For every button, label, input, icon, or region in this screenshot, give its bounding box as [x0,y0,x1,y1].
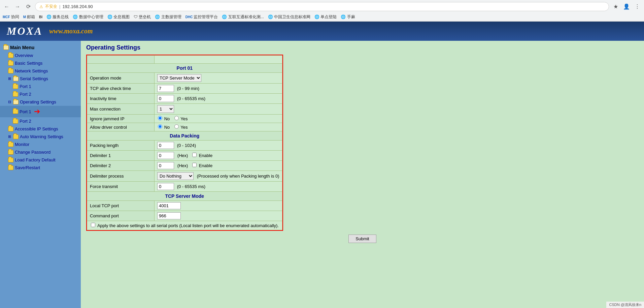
folder-icon-overview [8,53,13,58]
folder-icon-op-p2 [13,119,18,124]
delimiter2-hex: (Hex) [177,163,188,168]
bookmark-协同[interactable]: MCF 协同 [3,14,19,20]
tcp-server-header: TCP Server Mode [87,192,282,201]
moxa-url: www.moxa.com [49,27,93,35]
browser-toolbar: ← → ⟳ ⚠ 不安全 | 192.168.204.90 ★ 👤 ⋮ [0,0,644,13]
bookmarks-bar: MCF 协同 M 邮箱 BI 🌐 服务总线 🌐 数据中心管理 🌐 全息视图 🛡 … [0,13,644,21]
command-port-input[interactable] [157,212,181,219]
address-bar[interactable]: ⚠ 不安全 | 192.168.204.90 [35,2,609,11]
inactivity-input[interactable] [157,95,174,102]
tcp-alive-label: TCP alive check time [87,84,155,94]
sidebar-item-monitor[interactable]: Monitor [0,141,81,148]
sidebar-item-operating-settings[interactable]: ⊟ Operating Settings [0,98,81,106]
bookmark-sso[interactable]: 🌐 单点登陆 [314,14,337,20]
inactivity-label: Inactivity time [87,94,155,104]
folder-icon-monitor [8,142,13,147]
back-button[interactable]: ← [3,3,11,11]
sidebar-item-operating-port2[interactable]: Port 2 [0,117,81,125]
bookmark-service[interactable]: 🌐 服务总线 [46,14,69,20]
menu-button[interactable]: ⋮ [633,3,641,11]
sidebar-item-serial-port2[interactable]: Port 2 [0,90,81,98]
folder-icon-basic [8,61,13,66]
allow-driver-no-radio[interactable] [158,124,162,129]
bookmark-star[interactable]: ★ [612,3,620,11]
sidebar-item-serial-settings[interactable]: ⊞ Serial Settings [0,75,81,83]
sidebar-item-auto-warning[interactable]: ⊞ Auto Warning Settings [0,133,81,141]
packing-length-input[interactable] [157,142,174,149]
operation-mode-cell: TCP Server Mode [155,73,282,84]
delimiter1-enable-checkbox[interactable] [192,153,197,157]
sidebar-label-warning: Auto Warning Settings [20,134,63,139]
allow-driver-cell: No Yes [155,123,282,131]
sidebar-item-operating-port1[interactable]: Port 1 ➔ [0,106,81,117]
ignore-jammed-no-radio[interactable] [158,116,162,120]
force-transmit-range: (0 - 65535 ms) [177,184,206,189]
bookmark-holographic[interactable]: 🌐 全息视图 [107,14,130,20]
bookmark-monitor[interactable]: DHC 监控管理平台 [185,14,218,20]
folder-icon-warning [13,134,19,139]
sidebar-item-basic-settings[interactable]: Basic Settings [0,59,81,67]
sidebar: Main Menu Overview Basic Settings Networ… [0,41,81,308]
delimiter1-cell: (Hex) Enable [155,151,282,161]
submit-button[interactable]: Submit [348,235,376,243]
sidebar-label-serial-p1: Port 1 [20,84,31,89]
local-tcp-port-cell [155,201,282,211]
sidebar-item-load-factory[interactable]: Load Factory Default [0,156,81,164]
packing-range: (0 - 1024) [177,143,196,148]
sidebar-item-network-settings[interactable]: Network Settings [0,67,81,75]
delimiter-process-select[interactable]: Do Nothing Delimiter + 1 Strip Delimiter [157,172,194,180]
bookmark-datacenter[interactable]: 🌐 数据中心管理 [73,14,103,20]
delimiter2-enable-checkbox[interactable] [192,163,197,167]
apply-all-checkbox[interactable] [91,223,95,227]
sidebar-item-overview[interactable]: Overview [0,52,81,59]
settings-table: Port 01 Operation mode TCP Server Mode T… [87,55,282,230]
delimiter2-input[interactable] [157,162,174,169]
sidebar-label-op-p1: Port 1 [20,109,31,114]
delimiter-process-label: Delimiter process [87,171,155,182]
tcp-alive-cell: (0 - 99 min) [155,84,282,94]
max-connection-label: Max connection [87,104,155,115]
forward-button[interactable]: → [13,3,22,11]
bookmark-interop[interactable]: 🌐 互联互通标准化测... [222,14,264,20]
inactivity-cell: (0 - 65535 ms) [155,94,282,104]
force-transmit-input[interactable] [157,183,174,190]
folder-icon-operating [13,100,19,104]
delimiter1-input[interactable] [157,152,174,159]
operation-mode-label: Operation mode [87,73,155,84]
bookmark-shouma[interactable]: 🌐 手麻 [341,14,355,20]
ignore-jammed-label: Ignore jammed IP [87,115,155,123]
ignore-jammed-yes-radio[interactable] [174,116,179,120]
sidebar-label-password: Change Password [15,150,50,155]
bookmark-邮箱[interactable]: M 邮箱 [23,14,35,20]
port01-header: Port 01 [87,64,282,73]
sidebar-main-menu: Main Menu [0,43,81,52]
folder-icon-serial-p2 [13,92,18,97]
content-area: Operating Settings Port 01 Operation mod… [81,41,644,308]
operation-mode-select[interactable]: TCP Server Mode [157,74,201,82]
delimiter1-hex: (Hex) [177,153,188,158]
bookmark-master-data[interactable]: 🌐 主数据管理 [155,14,181,20]
command-port-cell [155,211,282,221]
local-tcp-port-input[interactable] [157,202,181,209]
inactivity-range: (0 - 65535 ms) [177,96,206,101]
tcp-alive-input[interactable] [157,85,174,92]
packing-length-cell: (0 - 1024) [155,141,282,151]
sidebar-item-save-restart[interactable]: Save/Restart [0,164,81,172]
allow-driver-yes-radio[interactable] [174,124,179,129]
sidebar-label-op-p2: Port 2 [20,119,31,124]
allow-driver-no-label: No [164,125,170,130]
bookmark-health[interactable]: 🌐 中国卫生信息标准网 [268,14,310,20]
max-connection-select[interactable]: 1 2 4 [157,105,174,113]
refresh-button[interactable]: ⟳ [24,3,32,11]
force-transmit-cell: (0 - 65535 ms) [155,182,282,192]
bookmark-bastion[interactable]: 🛡 堡垒机 [134,14,151,20]
ignore-jammed-no-label: No [164,116,170,121]
sidebar-item-change-password[interactable]: Change Password [0,148,81,156]
sidebar-item-accessible-ip[interactable]: Accessible IP Settings [0,125,81,133]
bookmark-bi[interactable]: BI [39,15,42,19]
sidebar-item-serial-port1[interactable]: Port 1 [0,83,81,90]
profile-button[interactable]: 👤 [622,3,631,11]
security-label: 不安全 [45,4,57,9]
allow-driver-label: Allow driver control [87,123,155,131]
ignore-jammed-yes-label: Yes [180,116,188,121]
